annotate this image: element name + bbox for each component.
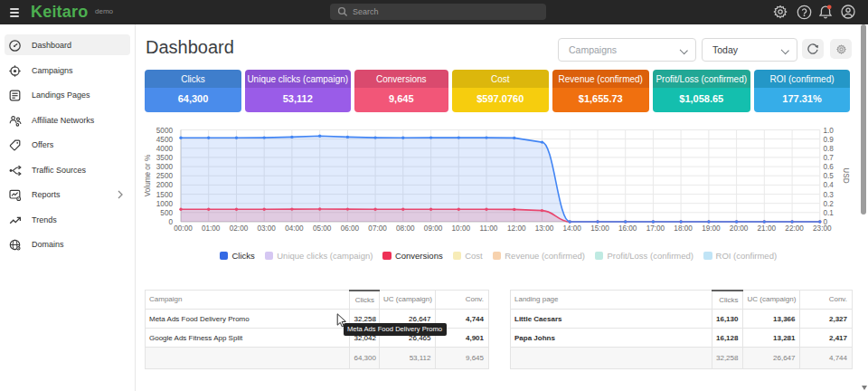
svg-text:09:00: 09:00 bbox=[424, 224, 443, 233]
svg-text:02:00: 02:00 bbox=[230, 224, 249, 233]
svg-text:1.0: 1.0 bbox=[824, 127, 835, 135]
svg-text:4500: 4500 bbox=[156, 136, 174, 144]
svg-text:11:00: 11:00 bbox=[480, 224, 498, 233]
svg-text:5000: 5000 bbox=[156, 127, 174, 135]
svg-text:17:00: 17:00 bbox=[646, 224, 665, 233]
svg-text:0.9: 0.9 bbox=[824, 136, 835, 144]
svg-text:07:00: 07:00 bbox=[368, 224, 387, 233]
svg-text:0.7: 0.7 bbox=[824, 154, 835, 162]
svg-text:18:00: 18:00 bbox=[674, 224, 693, 233]
svg-text:20:00: 20:00 bbox=[730, 224, 749, 233]
svg-text:USD: USD bbox=[842, 167, 850, 183]
svg-text:0.1: 0.1 bbox=[824, 209, 835, 217]
svg-text:00:00: 00:00 bbox=[174, 224, 193, 233]
svg-text:0.6: 0.6 bbox=[824, 163, 835, 171]
svg-text:0.8: 0.8 bbox=[824, 145, 835, 153]
svg-text:08:00: 08:00 bbox=[396, 224, 415, 233]
svg-text:2500: 2500 bbox=[156, 172, 174, 180]
svg-text:0.5: 0.5 bbox=[824, 172, 835, 180]
svg-text:06:00: 06:00 bbox=[341, 224, 360, 233]
svg-text:0: 0 bbox=[168, 218, 173, 226]
svg-text:15:00: 15:00 bbox=[590, 224, 609, 233]
svg-text:0.3: 0.3 bbox=[824, 191, 835, 199]
svg-text:21:00: 21:00 bbox=[758, 224, 777, 233]
svg-text:19:00: 19:00 bbox=[702, 224, 721, 233]
svg-text:Volume or %: Volume or % bbox=[144, 155, 152, 196]
svg-text:04:00: 04:00 bbox=[285, 224, 304, 233]
svg-text:03:00: 03:00 bbox=[257, 224, 276, 233]
svg-text:14:00: 14:00 bbox=[562, 224, 581, 233]
svg-text:16:00: 16:00 bbox=[618, 224, 637, 233]
svg-text:12:00: 12:00 bbox=[507, 224, 526, 233]
svg-text:0.2: 0.2 bbox=[824, 200, 835, 208]
svg-text:1000: 1000 bbox=[156, 200, 174, 208]
svg-text:3000: 3000 bbox=[156, 163, 174, 171]
svg-text:0.4: 0.4 bbox=[824, 181, 835, 189]
svg-text:22:00: 22:00 bbox=[785, 224, 804, 233]
svg-text:05:00: 05:00 bbox=[313, 224, 332, 233]
svg-text:01:00: 01:00 bbox=[202, 224, 221, 233]
svg-text:1500: 1500 bbox=[156, 191, 174, 199]
svg-text:500: 500 bbox=[160, 209, 173, 217]
svg-text:2000: 2000 bbox=[156, 181, 174, 189]
svg-text:13:00: 13:00 bbox=[535, 224, 554, 233]
svg-text:10:00: 10:00 bbox=[452, 224, 471, 233]
svg-text:3500: 3500 bbox=[156, 154, 174, 162]
svg-text:23:00: 23:00 bbox=[813, 224, 832, 233]
svg-text:4000: 4000 bbox=[156, 145, 174, 153]
